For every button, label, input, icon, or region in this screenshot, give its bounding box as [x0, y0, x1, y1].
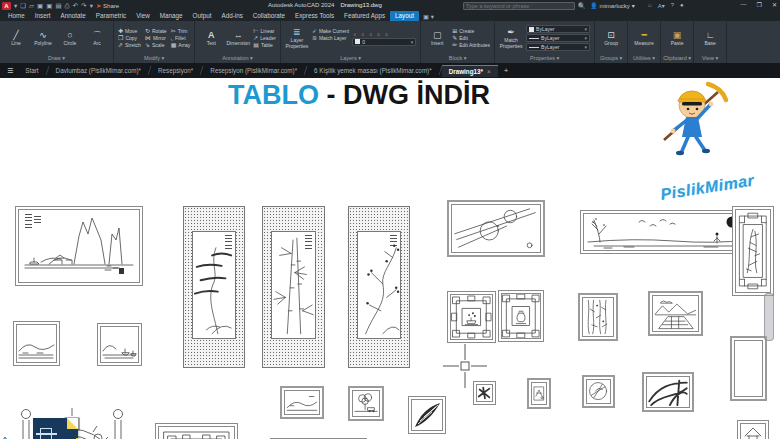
frame-abstract-lines[interactable] [447, 200, 545, 257]
edit-attributes-button[interactable]: ✏Edit Attributes [452, 42, 490, 49]
plot-icon[interactable]: ▤ [55, 1, 61, 10]
linear-button[interactable]: ⊢Linear [253, 28, 276, 35]
ribbon-tab-view[interactable]: View [131, 11, 155, 21]
doc-tab-start[interactable]: Start [18, 65, 45, 76]
redo-icon[interactable]: ↷ [81, 1, 86, 10]
panel-footer-annotation[interactable]: Annotation ▾ [195, 54, 280, 63]
print-icon[interactable]: ⎙ [65, 1, 70, 10]
ribbon-tab-featured-apps[interactable]: Featured Apps [339, 11, 390, 21]
bylayer-select[interactable]: 0▾ [352, 38, 416, 46]
rotate-button[interactable]: ↻Rotate [145, 28, 167, 35]
frame-pagoda[interactable] [737, 420, 769, 439]
panel-footer-properties[interactable]: Properties ▾ [495, 54, 594, 63]
vertical-scrollbar-thumb[interactable] [764, 293, 774, 341]
layer-state-icons[interactable]: ☼ ☼ ☼ ☼ ☼ [352, 31, 416, 37]
ribbon-tab-express-tools[interactable]: Express Tools [290, 11, 339, 21]
save-icon[interactable]: ▣ [37, 1, 43, 10]
scroll-panel-plum[interactable] [348, 206, 410, 368]
ribbon-tab-manage[interactable]: Manage [155, 11, 188, 21]
search-input[interactable] [464, 3, 574, 9]
help-icon[interactable]: ? [671, 2, 674, 9]
panel-footer-draw[interactable]: Draw ▾ [0, 54, 113, 63]
doc-tab-resepsiyon-pislikmimar-com[interactable]: Resepsiyon (PislikMimar.com)* [203, 65, 304, 76]
frame-landscape-mini-1[interactable] [280, 386, 324, 419]
match-properties-button[interactable]: ✒Match Properties [499, 27, 523, 49]
panel-footer-modify[interactable]: Modify ▾ [114, 54, 194, 63]
frame-lattice-bonsai[interactable] [447, 291, 496, 343]
ribbon-tab-layout[interactable]: Layout [390, 11, 419, 21]
text-button[interactable]: AText [199, 30, 223, 47]
app-menu-caret-icon[interactable]: ▾ [14, 1, 17, 10]
qat-caret-icon[interactable]: ▾ [90, 1, 93, 10]
share-button[interactable]: ➤ Share [96, 1, 119, 10]
scale-button[interactable]: ⇘Scale [145, 42, 167, 49]
frame-lattice-vase[interactable] [498, 290, 544, 342]
ribbon-tab-add-ins[interactable]: Add-ins [216, 11, 247, 21]
mirror-button[interactable]: ⋈Mirror [145, 35, 167, 42]
match-layer-button[interactable]: ≋Match Layer [312, 35, 349, 42]
stretch-button[interactable]: ⇗Stretch [118, 42, 141, 49]
restore-button[interactable]: ❐ [757, 1, 762, 8]
bylayer-select[interactable]: ByLayer▾ [526, 34, 590, 42]
new-tab-button[interactable]: + [504, 66, 509, 75]
make-current-button[interactable]: ✓Make Current [312, 28, 349, 35]
frame-shell[interactable] [408, 396, 446, 434]
close-button[interactable]: ✕ [772, 1, 777, 8]
undo-icon[interactable]: ↶ [73, 1, 78, 10]
close-tab-icon[interactable]: × [487, 68, 491, 75]
paste-button[interactable]: ▣Paste [665, 30, 689, 47]
open-folder-icon[interactable]: ▱ [29, 1, 34, 10]
panel-footer-utilities[interactable]: Utilities ▾ [628, 54, 660, 63]
ribbon-tab-insert[interactable]: Insert [30, 11, 56, 21]
doc-tab-menu-icon[interactable]: ☰ [2, 67, 18, 75]
ribbon-tab-parametric[interactable]: Parametric [91, 11, 131, 21]
frame-boats-small[interactable] [97, 323, 142, 366]
frame-big-lattice[interactable] [155, 423, 238, 439]
line-button[interactable]: ╱Line [4, 30, 28, 47]
doc-tab-6-ki-ilik-yemek-masas-pislikmimar-com[interactable]: 6 Kişilik yemek masası (PislikMimar.com)… [307, 65, 439, 76]
frame-branches[interactable] [642, 372, 694, 412]
doc-tab-davlumbaz-pislikmimar-com[interactable]: Davlumbaz (PislikMimar.com)* [49, 65, 148, 76]
bylayer-select[interactable]: ByLayer▾ [526, 25, 590, 33]
panel-footer-groups[interactable]: Groups ▾ [595, 54, 627, 63]
search-box[interactable] [463, 2, 575, 10]
minimize-button[interactable]: — [741, 1, 747, 8]
frame-tiny-abstract[interactable] [473, 381, 496, 405]
frame-s-curve[interactable] [730, 336, 767, 401]
search-icon[interactable]: 🔍 [578, 2, 586, 9]
create-button[interactable]: ⊞Create [452, 28, 490, 35]
tab-overflow-icon[interactable]: ▣ ▾ [419, 12, 438, 21]
panel-footer-block[interactable]: Block ▾ [421, 54, 494, 63]
ribbon-tab-home[interactable]: Home [3, 11, 30, 21]
base-button[interactable]: ∟Base [698, 30, 722, 47]
scroll-panel-pine[interactable] [183, 206, 245, 368]
circle-button[interactable]: ○Circle [58, 30, 82, 47]
leader-button[interactable]: ↗Leader [253, 35, 276, 42]
frame-bamboo-pattern[interactable] [578, 293, 618, 341]
dimension-button[interactable]: ↔Dimension [226, 30, 250, 47]
ribbon-tab-output[interactable]: Output [188, 11, 217, 21]
doc-tab-drawing13[interactable]: Drawing13*× [442, 65, 498, 77]
frame-hills-small[interactable] [13, 321, 60, 366]
edit-button[interactable]: ✎Edit [452, 35, 490, 42]
layer-properties-button[interactable]: ≣Layer Properties [285, 27, 309, 49]
panel-footer-view[interactable]: View ▾ [694, 54, 726, 63]
autocad-logo-icon[interactable]: A [2, 2, 11, 10]
arc-button[interactable]: ⌒Arc [85, 30, 109, 47]
app-store-icon[interactable]: ⌂ [648, 2, 652, 9]
account-area[interactable]: 👤 mimarlucky ▾ [590, 2, 635, 9]
frame-sunset-scene[interactable] [580, 210, 755, 254]
panel-footer-clipboard[interactable]: Clipboard ▾ [661, 54, 693, 63]
autodesk-a-icon[interactable]: A▾ [658, 2, 665, 9]
dwg-file-icon[interactable]: .dwg [33, 418, 78, 439]
frame-landscape-mini-2[interactable] [348, 386, 384, 421]
table-button[interactable]: ▤Table [253, 42, 276, 49]
copy-button[interactable]: ❐Copy [118, 35, 141, 42]
group-button[interactable]: ⊡Group [599, 30, 623, 47]
notification-icon[interactable]: ● [680, 2, 684, 9]
new-file-icon[interactable]: ❏ [20, 1, 26, 10]
ribbon-tab-annotate[interactable]: Annotate [56, 11, 91, 21]
drawing-canvas[interactable]: TABLO - DWG İNDİR [0, 78, 780, 439]
save-as-icon[interactable]: ▣ [46, 1, 52, 10]
bylayer-select[interactable]: ByLayer▾ [526, 43, 590, 51]
